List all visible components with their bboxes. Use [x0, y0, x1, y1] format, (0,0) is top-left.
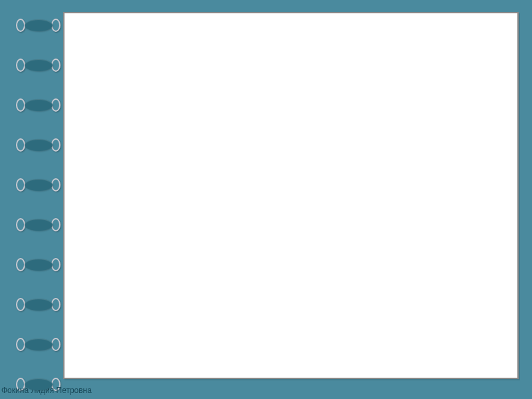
binding-oval: [25, 259, 53, 271]
binding-ring: [20, 258, 57, 271]
ring-hole-left: [16, 338, 25, 351]
ring-hole-right: [51, 258, 61, 271]
binding-ring: [20, 59, 57, 72]
notebook-page: [63, 12, 519, 379]
binding-oval: [25, 299, 53, 311]
binding-ring: [20, 218, 57, 231]
binding-oval: [25, 19, 53, 31]
binding-ring: [20, 19, 57, 32]
ring-hole-right: [51, 19, 61, 32]
binding-ring: [20, 98, 57, 112]
ring-hole-right: [51, 178, 61, 192]
ring-hole-right: [51, 138, 61, 152]
binding-oval: [25, 99, 53, 111]
ring-hole-right: [51, 338, 61, 351]
ring-hole-left: [16, 98, 25, 112]
ring-hole-left: [16, 178, 25, 192]
binding-oval: [25, 179, 53, 191]
binding-ring: [20, 178, 57, 192]
ring-hole-left: [16, 59, 25, 72]
ring-hole-left: [16, 258, 25, 271]
binding-oval: [25, 219, 53, 231]
binding-oval: [25, 338, 53, 350]
binding-oval: [25, 59, 53, 71]
binding-oval: [25, 378, 53, 390]
binding-ring: [20, 138, 57, 152]
ring-hole-right: [51, 98, 61, 112]
spiral-bindings: [20, 19, 57, 391]
ring-hole-left: [16, 138, 25, 152]
binding-oval: [25, 139, 53, 151]
ring-hole-left: [16, 19, 25, 32]
binding-ring: [20, 338, 57, 351]
ring-hole-left: [16, 218, 25, 231]
ring-hole-right: [51, 59, 61, 72]
binding-ring: [20, 298, 57, 311]
ring-hole-left: [16, 298, 25, 311]
ring-hole-right: [51, 218, 61, 231]
ring-hole-right: [51, 298, 61, 311]
